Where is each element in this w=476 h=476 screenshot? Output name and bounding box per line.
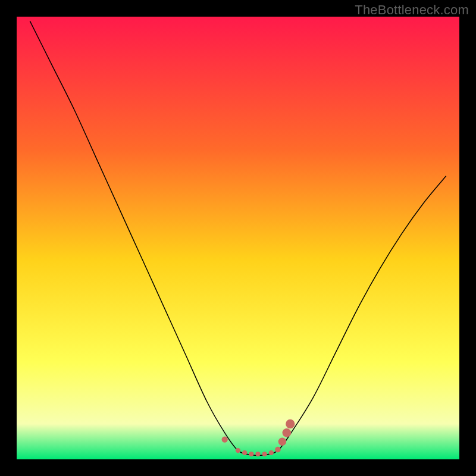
marker-dot	[236, 448, 240, 453]
gradient-background	[17, 17, 459, 459]
marker-dot	[249, 452, 253, 456]
marker-dot	[275, 447, 281, 453]
marker-dot	[282, 428, 291, 437]
marker-dot	[286, 419, 295, 428]
watermark-text: TheBottleneck.com	[355, 2, 469, 18]
marker-dot	[262, 452, 267, 456]
chart-frame: TheBottleneck.com	[0, 0, 476, 476]
marker-dot	[278, 438, 286, 446]
marker-dot	[255, 452, 260, 456]
marker-dot	[242, 450, 247, 455]
marker-dot	[222, 436, 228, 442]
bottleneck-chart	[0, 0, 476, 476]
marker-dot	[269, 450, 274, 455]
